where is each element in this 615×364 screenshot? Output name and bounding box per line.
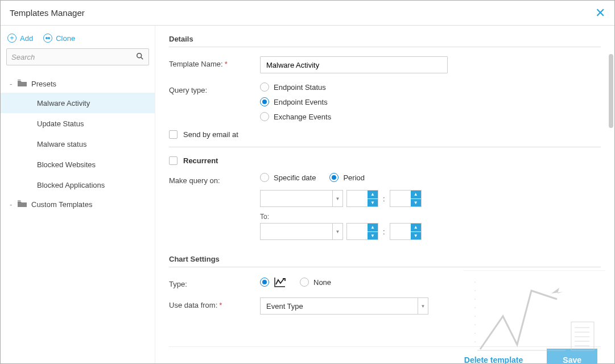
hour-to-spinner[interactable]: ▲▼ xyxy=(346,223,378,240)
scrollbar[interactable] xyxy=(609,54,613,128)
spinner-down-icon[interactable]: ▼ xyxy=(411,199,421,207)
clone-button[interactable]: Clone xyxy=(43,34,75,43)
spinner-down-icon[interactable]: ▼ xyxy=(368,199,378,207)
radio-endpoint-events[interactable]: Endpoint Events xyxy=(260,97,601,106)
collapse-icon: - xyxy=(10,200,14,209)
spinner-up-icon[interactable]: ▲ xyxy=(368,191,378,199)
spinner-down-icon[interactable]: ▼ xyxy=(368,232,378,240)
custom-label: Custom Templates xyxy=(31,200,92,209)
main-panel: Details Template Name:* Query type: Endp… xyxy=(155,26,614,363)
recurrent-checkbox[interactable] xyxy=(169,156,178,165)
close-button[interactable]: ✕ xyxy=(595,7,605,19)
radio-icon xyxy=(260,97,269,106)
radio-period[interactable]: Period xyxy=(329,173,365,182)
add-label: Add xyxy=(20,34,33,43)
clone-icon xyxy=(43,34,52,43)
clone-label: Clone xyxy=(56,34,75,43)
recurrent-label: Recurrent xyxy=(183,156,218,165)
window-title: Templates Manager xyxy=(10,8,85,18)
tree-leaf[interactable]: Malware Activity xyxy=(1,93,155,113)
divider xyxy=(169,47,601,47)
radio-chart-none[interactable]: None xyxy=(300,276,331,288)
radio-specific-date[interactable]: Specific date xyxy=(260,173,316,182)
date-from-combo[interactable]: ▼ xyxy=(260,190,343,207)
minute-to-spinner[interactable]: ▲▼ xyxy=(390,223,422,240)
collapse-icon: - xyxy=(10,80,14,88)
svg-line-1 xyxy=(141,57,143,59)
tree-leaf[interactable]: Update Status xyxy=(1,113,155,134)
sidebar: + Add Clone - xyxy=(1,26,155,363)
template-name-label: Template Name:* xyxy=(169,56,260,73)
chart-preview xyxy=(463,270,605,361)
divider xyxy=(169,267,601,267)
radio-icon xyxy=(329,173,339,182)
minute-from-spinner[interactable]: ▲▼ xyxy=(390,190,422,207)
radio-icon xyxy=(260,278,269,287)
chart-section-title: Chart Settings xyxy=(169,255,601,263)
date-from-value xyxy=(261,191,332,206)
radio-chart-line[interactable] xyxy=(260,276,286,288)
chevron-down-icon[interactable]: ▼ xyxy=(418,298,428,314)
svg-point-0 xyxy=(137,53,142,57)
tree-leaf[interactable]: Blocked Websites xyxy=(1,154,155,175)
date-to-value xyxy=(261,224,332,239)
folder-icon xyxy=(18,80,27,88)
radio-endpoint-status[interactable]: Endpoint Status xyxy=(260,82,601,92)
chevron-down-icon[interactable]: ▼ xyxy=(332,224,342,239)
date-to-combo[interactable]: ▼ xyxy=(260,223,343,240)
make-query-label: Make query on: xyxy=(169,173,260,246)
query-type-label: Query type: xyxy=(169,82,260,121)
spinner-down-icon[interactable]: ▼ xyxy=(411,232,421,240)
add-button[interactable]: + Add xyxy=(7,34,33,43)
radio-icon xyxy=(300,278,309,287)
chevron-down-icon[interactable]: ▼ xyxy=(332,191,342,206)
use-data-label: Use data from:* xyxy=(169,297,260,315)
hour-from-spinner[interactable]: ▲▼ xyxy=(346,190,378,207)
use-data-value: Event Type xyxy=(261,298,418,314)
tree-node-custom[interactable]: - Custom Templates xyxy=(1,195,155,213)
search-icon[interactable] xyxy=(136,52,144,62)
tree-leaf[interactable]: Malware status xyxy=(1,134,155,154)
radio-icon xyxy=(260,112,269,121)
radio-icon xyxy=(260,82,269,92)
tree-node-presets[interactable]: - Presets xyxy=(1,75,155,93)
presets-label: Presets xyxy=(31,80,56,88)
to-label: To: xyxy=(260,213,601,221)
send-email-label: Send by email at xyxy=(183,130,238,139)
search-input[interactable] xyxy=(11,53,136,61)
radio-exchange-events[interactable]: Exchange Events xyxy=(260,112,601,121)
spinner-up-icon[interactable]: ▲ xyxy=(411,191,421,199)
send-email-checkbox[interactable] xyxy=(169,130,178,139)
line-chart-icon xyxy=(274,276,286,288)
spinner-up-icon[interactable]: ▲ xyxy=(368,224,378,232)
chart-type-label: Type: xyxy=(169,276,260,288)
details-section-title: Details xyxy=(169,35,601,43)
search-input-wrap xyxy=(6,48,149,65)
spinner-up-icon[interactable]: ▲ xyxy=(411,224,421,232)
tree-leaf[interactable]: Blocked Applications xyxy=(1,175,155,195)
template-name-input[interactable] xyxy=(260,56,448,73)
use-data-select[interactable]: Event Type ▼ xyxy=(260,297,428,315)
folder-icon xyxy=(18,200,27,209)
plus-icon: + xyxy=(7,34,16,43)
divider xyxy=(169,147,601,147)
radio-icon xyxy=(260,173,269,182)
